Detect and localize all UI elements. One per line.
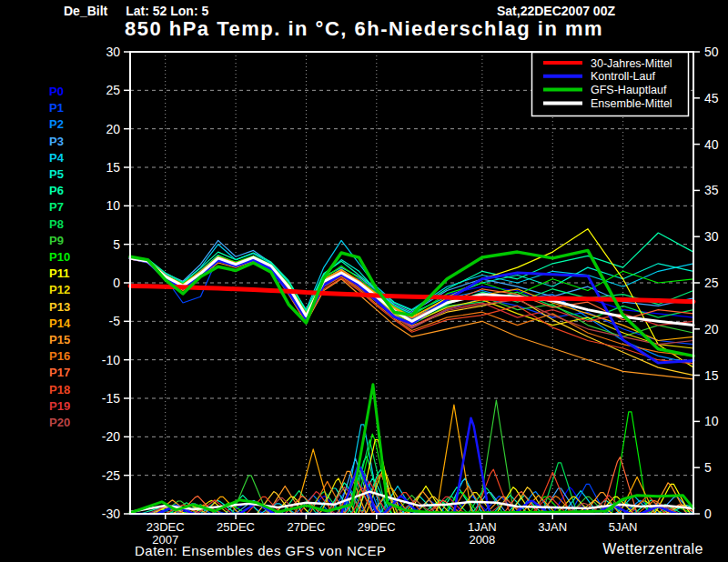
- gfs-main-precip-line: [130, 385, 693, 513]
- date-axis-label: 1JAN: [468, 520, 497, 534]
- date-axis-label: 23DEC: [147, 520, 185, 534]
- member-label-P7: P7: [49, 200, 64, 214]
- member-label-P2: P2: [49, 117, 64, 131]
- member-label-P5: P5: [49, 167, 64, 181]
- meteogram-screen: De_BiltLat: 52 Lon: 5 Sat,22DEC2007 00Z …: [0, 0, 728, 562]
- main-series: [130, 250, 693, 514]
- precip-axis-label: 30: [704, 229, 719, 244]
- temp-axis-label: 0: [113, 276, 120, 290]
- precip-axis-label: 15: [704, 368, 719, 383]
- member-label-P6: P6: [49, 184, 64, 197]
- legend-entry-label: 30-Jahres-Mittel: [591, 57, 672, 70]
- member-precip-line-P10: [130, 412, 693, 514]
- temp-axis-label: 20: [106, 122, 120, 136]
- member-label-P20: P20: [49, 416, 70, 429]
- member-label-P12: P12: [49, 283, 70, 296]
- date-axis-label: 5JAN: [609, 520, 638, 534]
- temp-axis-label: -20: [102, 429, 120, 444]
- member-label-P9: P9: [49, 234, 64, 247]
- temp-axis-label: 30: [106, 45, 120, 59]
- precip-axis-label: 10: [704, 414, 719, 428]
- member-label-P14: P14: [49, 316, 71, 330]
- member-label-P16: P16: [49, 349, 70, 363]
- member-label-P8: P8: [49, 217, 64, 231]
- precip-axis-label: 50: [704, 45, 719, 59]
- member-precip-line-P14: [130, 405, 693, 514]
- member-temp-line-P15: [130, 259, 693, 379]
- meteogram-plot: 302520151050-5-10-15-20-25-3050454035302…: [0, 0, 728, 562]
- member-label-column: P0P1P2P3P4P5P6P7P8P9P10P11P12P13P14P15P1…: [49, 85, 71, 429]
- date-axis-label: 27DEC: [287, 520, 325, 534]
- gridlines: [130, 52, 693, 514]
- ensemble-members: [130, 229, 693, 514]
- legend-entry-label: Kontroll-Lauf: [591, 70, 655, 83]
- member-label-P17: P17: [49, 366, 70, 379]
- temp-axis-label: -5: [109, 314, 121, 328]
- member-label-P3: P3: [49, 135, 64, 148]
- date-axis-label: 3JAN: [538, 520, 567, 534]
- member-label-P11: P11: [49, 266, 69, 280]
- precip-axis-label: 0: [704, 507, 712, 521]
- precip-axis-label: 25: [704, 276, 719, 290]
- precip-axis-label: 45: [704, 91, 719, 105]
- member-label-P1: P1: [49, 101, 64, 115]
- member-label-P18: P18: [49, 383, 70, 396]
- member-label-P19: P19: [49, 399, 70, 413]
- legend: 30-Jahres-MittelKontroll-LaufGFS-Hauptla…: [532, 53, 689, 116]
- precip-axis-label: 20: [704, 322, 719, 336]
- legend-entry-label: GFS-Hauptlauf: [591, 84, 667, 96]
- date-axis-label: 29DEC: [358, 520, 396, 534]
- temp-axis-label: 5: [113, 237, 120, 252]
- data-source-note: Daten: Ensembles des GFS von NCEP: [135, 543, 387, 558]
- precip-axis-label: 40: [704, 137, 719, 152]
- temp-axis-label: -10: [102, 353, 120, 367]
- legend-entry-label: Ensemble-Mittel: [591, 97, 672, 110]
- plot-frame: [130, 52, 693, 514]
- member-temp-line-P12: [130, 258, 693, 348]
- temp-axis-label: 15: [106, 160, 120, 175]
- date-axis-label: 25DEC: [217, 520, 255, 534]
- member-label-P10: P10: [49, 250, 70, 264]
- member-label-P15: P15: [49, 333, 70, 346]
- site-credit: Wetterzentrale: [602, 541, 703, 557]
- member-temp-line-P16: [130, 258, 693, 356]
- precip-axis-label: 5: [704, 460, 712, 475]
- temp-axis-label: -25: [102, 468, 120, 483]
- member-label-P4: P4: [49, 151, 65, 165]
- temp-axis-label: 25: [106, 83, 120, 97]
- precip-axis-label: 35: [704, 183, 719, 197]
- temp-axis-label: -15: [102, 391, 120, 406]
- member-precip-line-P9: [130, 400, 693, 514]
- member-label-P0: P0: [49, 85, 64, 98]
- temp-axis-label: -30: [102, 507, 120, 521]
- temp-axis-label: 10: [106, 198, 120, 213]
- member-label-P13: P13: [49, 300, 70, 314]
- year-axis-label: 2008: [469, 533, 495, 547]
